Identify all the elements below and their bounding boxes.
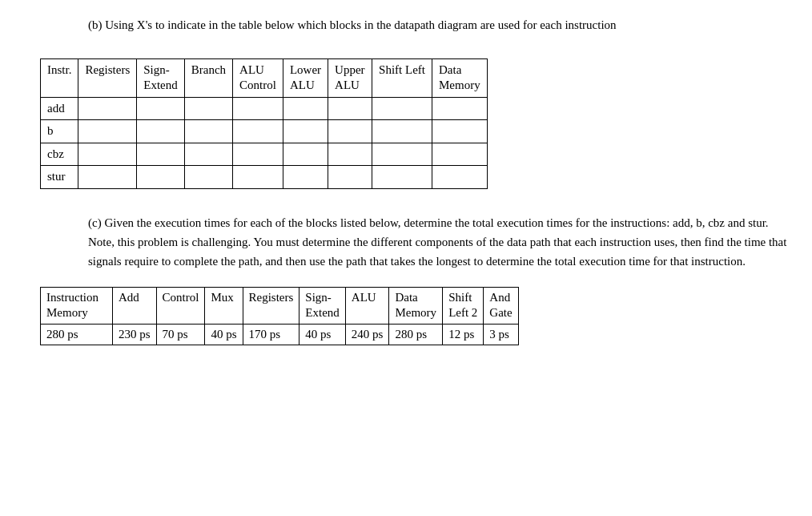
cell (184, 166, 232, 189)
cell (283, 120, 328, 143)
val-mux: 40 ps (205, 324, 243, 345)
val-control: 70 ps (156, 324, 205, 345)
cell (233, 97, 283, 120)
val-data-memory: 280 ps (389, 324, 443, 345)
cell (328, 166, 372, 189)
instr-stur: stur (41, 166, 78, 189)
cell (432, 166, 487, 189)
val-add: 230 ps (113, 324, 157, 345)
section-b-question: (b) Using X's to indicate in the table b… (88, 16, 788, 34)
cell (372, 166, 432, 189)
cell (283, 143, 328, 166)
cell (78, 120, 137, 143)
cell (432, 97, 487, 120)
col-header-sign-extend: Sign-Extend (137, 58, 185, 97)
cell (432, 143, 487, 166)
col-header-mux: Mux (205, 287, 243, 324)
section-b-table: Instr. Registers Sign-Extend Branch ALUC… (40, 58, 488, 189)
instr-add: add (41, 97, 78, 120)
val-registers: 170 ps (243, 324, 299, 345)
table-row: b (41, 120, 488, 143)
section-c-table: InstructionMemory Add Control Mux Regist… (40, 287, 519, 346)
cell (328, 120, 372, 143)
section-c-question: (c) Given the execution times for each o… (88, 213, 788, 271)
col-header-data-memory: DataMemory (389, 287, 443, 324)
col-header-add: Add (113, 287, 157, 324)
col-header-and-gate: AndGate (484, 287, 518, 324)
table-row: add (41, 97, 488, 120)
col-header-registers: Registers (243, 287, 299, 324)
cell (137, 166, 185, 189)
val-sign-extend: 40 ps (299, 324, 346, 345)
col-header-data-memory: DataMemory (432, 58, 487, 97)
val-instruction-memory: 280 ps (41, 324, 113, 345)
cell (78, 143, 137, 166)
table-row: stur (41, 166, 488, 189)
val-shift-left2: 12 ps (443, 324, 484, 345)
cell (432, 120, 487, 143)
cell (137, 97, 185, 120)
cell (328, 97, 372, 120)
table-row-values: 280 ps 230 ps 70 ps 40 ps 170 ps 40 ps 2… (41, 324, 519, 345)
instr-cbz: cbz (41, 143, 78, 166)
cell (78, 166, 137, 189)
cell (283, 166, 328, 189)
col-header-branch: Branch (184, 58, 232, 97)
col-header-control: Control (156, 287, 205, 324)
cell (78, 97, 137, 120)
cell (372, 120, 432, 143)
table-row: cbz (41, 143, 488, 166)
cell (372, 143, 432, 166)
col-header-lower-alu: LowerALU (283, 58, 328, 97)
cell (184, 97, 232, 120)
col-header-registers: Registers (78, 58, 137, 97)
cell (372, 97, 432, 120)
col-header-shift-left2: ShiftLeft 2 (443, 287, 484, 324)
col-header-shift-left: Shift Left (372, 58, 432, 97)
cell (184, 120, 232, 143)
cell (233, 143, 283, 166)
val-alu: 240 ps (345, 324, 389, 345)
col-header-instr: Instr. (41, 58, 78, 97)
instr-b: b (41, 120, 78, 143)
col-header-alu-control: ALUControl (233, 58, 283, 97)
val-and-gate: 3 ps (484, 324, 518, 345)
cell (233, 120, 283, 143)
col-header-instruction-memory: InstructionMemory (41, 287, 113, 324)
col-header-sign-extend: Sign-Extend (299, 287, 346, 324)
cell (328, 143, 372, 166)
col-header-alu: ALU (345, 287, 389, 324)
cell (137, 120, 185, 143)
cell (233, 166, 283, 189)
table-row-headers: InstructionMemory Add Control Mux Regist… (41, 287, 519, 324)
cell (137, 143, 185, 166)
cell (283, 97, 328, 120)
col-header-upper-alu: UpperALU (328, 58, 372, 97)
cell (184, 143, 232, 166)
